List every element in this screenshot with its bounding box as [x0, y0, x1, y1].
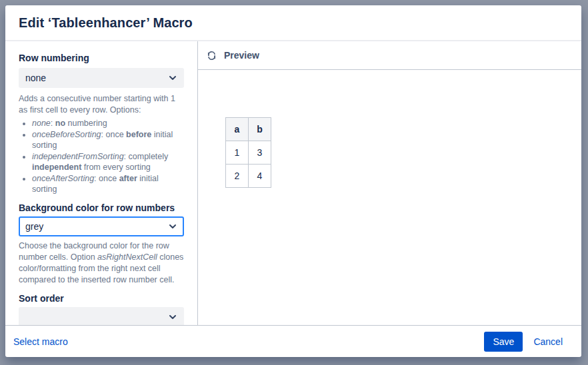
row-numbering-label: Row numbering — [19, 52, 184, 64]
sort-order-label: Sort order — [19, 292, 184, 304]
row-numbering-select[interactable]: none — [19, 68, 184, 88]
row-numbering-option-independentfromsorting: independentFromSorting: completely indep… — [32, 151, 184, 173]
cancel-link[interactable]: Cancel — [533, 336, 563, 347]
preview-title: Preview — [224, 50, 259, 61]
preview-table-row: 1 3 — [226, 141, 271, 165]
refresh-icon[interactable] — [206, 50, 217, 61]
dialog-title: Edit ‘Tableenhancer’ Macro — [19, 15, 193, 31]
preview-panel: Preview a b 1 3 2 — [198, 41, 581, 325]
row-numbering-description: Adds a consecutive number starting with … — [19, 93, 184, 116]
dialog-body: Row numbering none Adds a consecutive nu… — [5, 41, 581, 325]
row-numbering-option-onceaftersorting: onceAfterSorting: once after initial sor… — [32, 173, 184, 195]
dialog-header: Edit ‘Tableenhancer’ Macro — [5, 5, 581, 41]
row-numbering-option-none: none: no numbering — [32, 118, 184, 129]
background-color-value: grey — [25, 221, 43, 232]
preview-header: Preview — [198, 41, 581, 70]
save-button[interactable]: Save — [484, 332, 523, 352]
background-color-label: Background color for row numbers — [19, 202, 184, 214]
preview-table-cell: 2 — [226, 165, 249, 188]
dialog-footer: Select macro Save Cancel — [5, 325, 581, 357]
select-macro-link[interactable]: Select macro — [13, 336, 68, 347]
preview-table-header-row: a b — [226, 118, 271, 141]
preview-table-row: 2 4 — [226, 165, 271, 188]
background-color-select[interactable]: grey — [19, 216, 184, 236]
preview-table-cell: 1 — [226, 141, 249, 165]
sort-order-select[interactable] — [19, 307, 184, 326]
row-numbering-value: none — [25, 73, 46, 83]
preview-table: a b 1 3 2 4 — [225, 117, 271, 188]
preview-table-cell: 3 — [249, 141, 271, 165]
preview-content: a b 1 3 2 4 — [198, 70, 581, 325]
background-color-description: Choose the background color for the row … — [19, 240, 184, 286]
chevron-down-icon — [168, 222, 177, 231]
preview-table-cell: 4 — [249, 165, 271, 188]
chevron-down-icon — [168, 312, 177, 322]
preview-table-header-cell: b — [249, 118, 271, 141]
row-numbering-option-oncebeforesorting: onceBeforeSorting: once before initial s… — [32, 129, 184, 151]
row-numbering-options-list: none: no numbering onceBeforeSorting: on… — [19, 118, 184, 195]
footer-actions: Save Cancel — [484, 332, 563, 352]
preview-table-header-cell: a — [226, 118, 249, 141]
edit-macro-dialog: Edit ‘Tableenhancer’ Macro Row numbering… — [5, 5, 581, 357]
chevron-down-icon — [168, 73, 177, 83]
macro-parameters-panel: Row numbering none Adds a consecutive nu… — [5, 41, 198, 325]
